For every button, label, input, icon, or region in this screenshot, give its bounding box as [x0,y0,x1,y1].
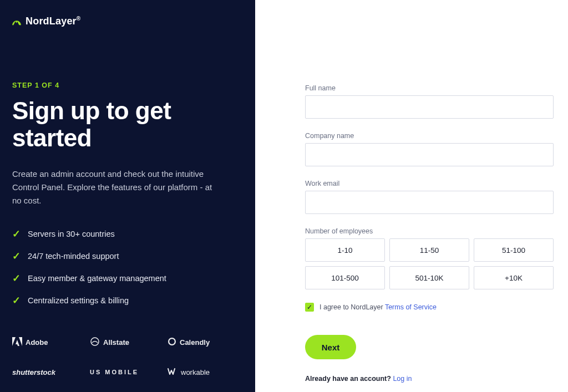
terms-link[interactable]: Terms of Service [385,303,437,311]
checkmark-icon: ✓ [12,228,20,240]
field-email: Work email [305,180,555,214]
adobe-icon [12,337,22,348]
signup-form: Full name Company name Work email Number… [255,0,568,392]
brand-calendly: Calendly [168,337,240,348]
checkmark-icon: ✓ [12,272,20,284]
feature-item: ✓ Centralized settings & billing [12,289,240,312]
feature-item: ✓ 24/7 tech-minded support [12,245,240,267]
employees-label: Number of employees [305,227,555,235]
emp-option-10k[interactable]: +10K [474,266,554,289]
terms-checkbox[interactable]: ✓ [305,303,314,312]
fullname-input[interactable] [305,95,554,119]
emp-option-11-50[interactable]: 11-50 [389,238,469,262]
step-indicator: STEP 1 OF 4 [12,82,240,89]
info-panel: NordLayer® STEP 1 OF 4 Sign up to get st… [0,0,255,392]
email-label: Work email [305,180,555,187]
page-title: Sign up to get started [12,97,240,152]
brand-workable: workable [168,368,240,377]
emp-option-51-100[interactable]: 51-100 [474,238,554,262]
company-label: Company name [305,132,555,140]
brand-usmobile: US MOBILE [90,369,162,375]
feature-item: ✓ Easy member & gateway management [12,267,240,289]
workable-icon [168,368,178,377]
email-input[interactable] [305,191,554,214]
next-button[interactable]: Next [305,335,356,359]
terms-row: ✓ I agree to NordLayer Terms of Service [305,303,555,312]
checkmark-icon: ✓ [12,294,20,307]
company-input[interactable] [305,143,554,166]
fullname-label: Full name [305,84,555,92]
mountain-icon [12,17,21,26]
customer-brands: Adobe Allstate Calendly shutterstock US … [12,337,240,377]
feature-item: ✓ Servers in 30+ countries [12,223,240,245]
terms-text: I agree to NordLayer Terms of Service [320,303,437,311]
allstate-icon [90,337,100,348]
emp-option-1-10[interactable]: 1-10 [305,238,385,262]
emp-option-101-500[interactable]: 101-500 [305,266,385,289]
page-subtitle: Create an admin account and check out th… [12,167,223,207]
field-company: Company name [305,132,555,166]
brand-allstate: Allstate [90,337,162,348]
field-fullname: Full name [305,84,555,119]
already-account: Already have an account? Log in [305,375,555,383]
checkmark-icon: ✓ [12,250,20,262]
field-employees: Number of employees 1-10 11-50 51-100 10… [305,227,555,289]
login-link[interactable]: Log in [393,375,412,383]
brand-adobe: Adobe [12,337,84,348]
calendly-icon [168,337,176,348]
emp-option-501-10k[interactable]: 501-10K [389,266,469,289]
brand-shutterstock: shutterstock [12,368,84,376]
brand-logo: NordLayer® [12,16,240,27]
feature-list: ✓ Servers in 30+ countries ✓ 24/7 tech-m… [12,223,240,312]
brand-name: NordLayer® [26,16,80,27]
